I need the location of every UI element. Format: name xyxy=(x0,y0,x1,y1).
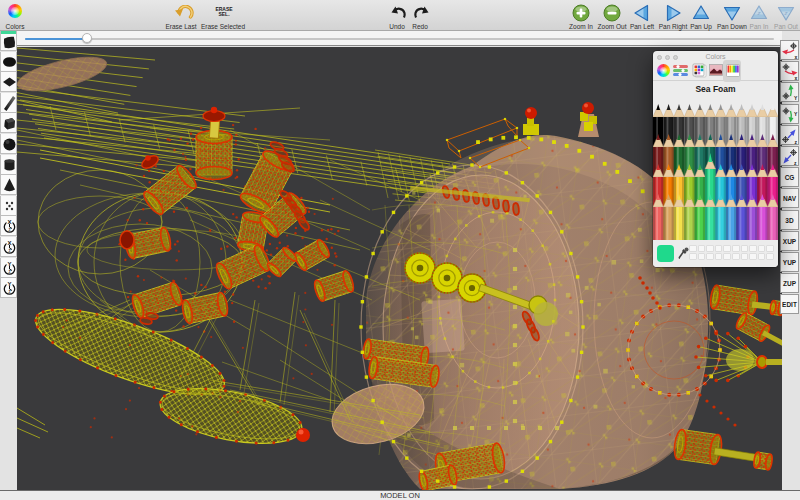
svg-text:z: z xyxy=(794,160,797,166)
svg-text:z: z xyxy=(8,289,11,294)
svg-text:x: x xyxy=(795,54,798,60)
svg-text:Y: Y xyxy=(7,281,11,287)
svg-text:Y: Y xyxy=(794,111,798,117)
svg-text:z: z xyxy=(795,139,798,145)
svg-text:X: X xyxy=(7,219,11,225)
svg-text:z: z xyxy=(784,10,788,16)
svg-text:Y: Y xyxy=(7,261,11,267)
svg-text:X: X xyxy=(7,240,11,246)
svg-text:Y: Y xyxy=(794,95,798,101)
svg-text:z: z xyxy=(8,269,11,274)
svg-text:x: x xyxy=(795,75,798,81)
svg-text:z: z xyxy=(8,227,11,232)
svg-text:z: z xyxy=(757,10,761,16)
svg-text:z: z xyxy=(8,248,11,253)
